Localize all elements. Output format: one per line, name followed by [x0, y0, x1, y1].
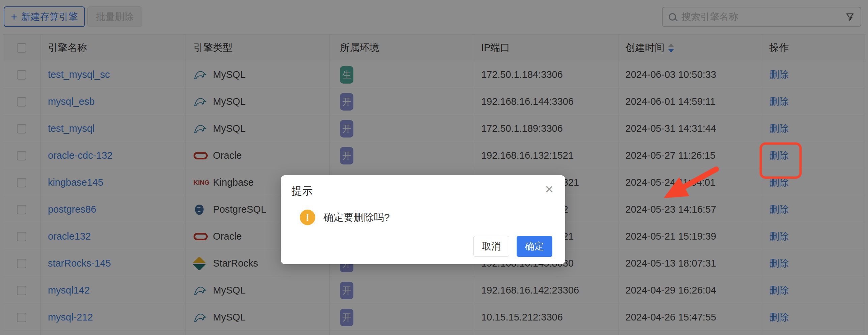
delete-confirm-modal: 提示 ✕ ! 确定要删除吗? 取消 确定 [281, 175, 565, 264]
warning-icon: ! [300, 210, 315, 225]
confirm-button[interactable]: 确定 [517, 236, 552, 257]
close-icon[interactable]: ✕ [545, 184, 554, 195]
modal-title: 提示 [292, 184, 313, 198]
engine-management-page: + 新建存算引擎 批量删除 搜索引擎名称 引擎名称 引擎类型 所属环境 IP端口… [0, 0, 868, 335]
cancel-button[interactable]: 取消 [473, 236, 509, 257]
modal-mask [0, 0, 868, 335]
confirm-message: 确定要删除吗? [323, 211, 390, 224]
